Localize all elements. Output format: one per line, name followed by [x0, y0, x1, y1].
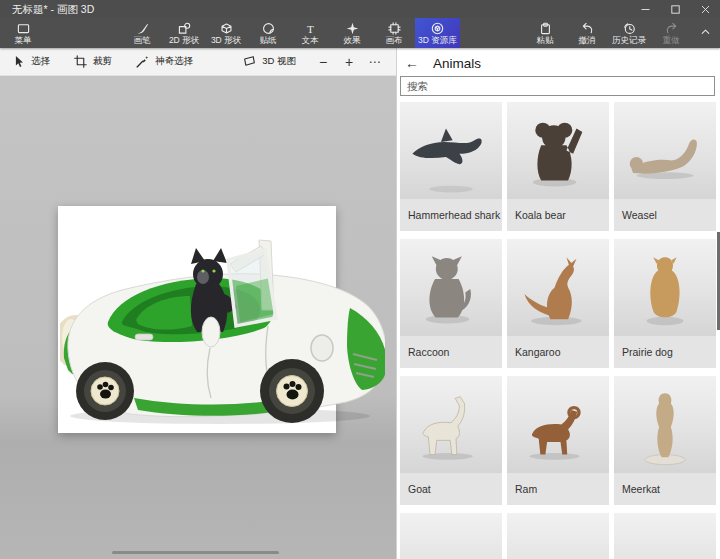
close-button[interactable]	[690, 0, 720, 18]
koala-thumbnail	[507, 102, 609, 199]
window-title: 无标题* - 画图 3D	[0, 0, 94, 18]
animal-thumbnail	[400, 513, 502, 559]
animal-card[interactable]: Kangaroo	[507, 239, 609, 368]
crop-icon	[74, 55, 87, 68]
ribbon-undo-button[interactable]: 撤消	[566, 18, 608, 48]
animal-card[interactable]: Meerkat	[614, 376, 716, 505]
weasel-thumbnail	[614, 102, 716, 199]
ribbon-canvas-button[interactable]: 画布	[373, 18, 415, 48]
ribbon-paste-button[interactable]: 粘贴	[524, 18, 566, 48]
ribbon-tools-group: 画笔2D 形状3D 形状贴纸T文本效果画布3D 资源库	[121, 18, 460, 48]
panel-header: ← Animals	[397, 51, 481, 75]
goat-thumbnail	[400, 376, 502, 473]
maximize-icon	[671, 5, 680, 14]
select-button[interactable]: 选择	[12, 55, 50, 68]
ribbon-history-button[interactable]: 历史记录	[608, 18, 650, 48]
text-icon: T	[304, 21, 317, 35]
3d-view-icon	[243, 55, 256, 68]
animal-card[interactable]: Raccoon	[400, 239, 502, 368]
magic-select-button[interactable]: 神奇选择	[136, 55, 193, 68]
ribbon-label: 3D 资源库	[418, 35, 457, 45]
kangaroo-thumbnail	[507, 239, 609, 336]
maximize-button[interactable]	[660, 0, 690, 18]
animal-name: Koala bear	[507, 199, 609, 231]
animal-card[interactable]	[614, 513, 716, 559]
close-icon	[701, 5, 710, 14]
3d-library-panel: ← Animals Hammerhead sharkKoala bearWeas…	[396, 48, 720, 559]
zoom-in-button[interactable]: +	[336, 49, 362, 75]
3d-car-object[interactable]	[60, 230, 385, 425]
library-icon	[431, 21, 444, 35]
ribbon-sticker-button[interactable]: 贴纸	[247, 18, 289, 48]
animal-card[interactable]	[400, 513, 502, 559]
more-options-button[interactable]: ⋯	[362, 49, 388, 75]
svg-text:T: T	[307, 22, 314, 34]
zoom-out-button[interactable]: −	[310, 49, 336, 75]
canvas-icon	[388, 21, 401, 35]
animal-card[interactable]: Koala bear	[507, 102, 609, 231]
3d-view-label: 3D 视图	[262, 55, 296, 68]
animal-name: Ram	[507, 473, 609, 505]
paint3d-window: 无标题* - 画图 3D 菜单 画笔2D 形状3D 形状贴纸T文本效果画布3D …	[0, 0, 720, 559]
rear-wheel	[76, 362, 134, 420]
ribbon-actions-group: 粘贴撤消历史记录重做	[524, 18, 718, 48]
shape-3d-icon	[220, 21, 233, 35]
ribbon-label: 画笔	[134, 35, 151, 45]
3d-view-button[interactable]: 3D 视图	[243, 55, 296, 68]
magic-select-icon	[136, 55, 149, 68]
effects-icon	[346, 21, 359, 35]
animal-grid: Hammerhead sharkKoala bearWeaselRaccoonK…	[400, 102, 716, 559]
view-controls: 3D 视图 − + ⋯	[243, 49, 388, 75]
ribbon-effects-button[interactable]: 效果	[331, 18, 373, 48]
edit-toolbar: 选择裁剪神奇选择 3D 视图 − + ⋯	[0, 48, 396, 76]
front-wheel	[260, 359, 324, 423]
ribbon-label: 2D 形状	[169, 35, 199, 45]
animal-name: Raccoon	[400, 336, 502, 368]
search-input[interactable]	[400, 76, 715, 96]
menu-button[interactable]: 菜单	[2, 18, 44, 48]
shape-2d-icon	[178, 21, 191, 35]
ribbon-brush-button[interactable]: 画笔	[121, 18, 163, 48]
animal-name: Kangaroo	[507, 336, 609, 368]
ribbon-label: 撤消	[579, 35, 596, 45]
animal-name: Hammerhead shark	[400, 199, 502, 231]
back-button[interactable]: ←	[397, 55, 427, 71]
crop-button[interactable]: 裁剪	[74, 55, 112, 68]
minimize-icon	[641, 5, 650, 14]
ribbon-label: 文本	[302, 35, 319, 45]
chevron-up-icon	[699, 24, 712, 42]
sticker-icon	[262, 21, 275, 35]
ribbon: 菜单 画笔2D 形状3D 形状贴纸T文本效果画布3D 资源库 粘贴撤消历史记录重…	[0, 18, 720, 48]
minimize-button[interactable]	[630, 0, 660, 18]
brush-icon	[136, 21, 149, 35]
ribbon-shape-2d-button[interactable]: 2D 形状	[163, 18, 205, 48]
ribbon-label: 效果	[344, 35, 361, 45]
animal-thumbnail	[507, 513, 609, 559]
history-icon	[623, 21, 636, 35]
panel-title: Animals	[433, 56, 481, 71]
menu-label: 菜单	[15, 35, 32, 45]
undo-icon	[581, 21, 594, 35]
animal-card[interactable]: Weasel	[614, 102, 716, 231]
ribbon-shape-3d-button[interactable]: 3D 形状	[205, 18, 247, 48]
collapse-ribbon-button[interactable]	[692, 18, 718, 48]
toolbar-label: 神奇选择	[155, 55, 193, 68]
animal-card[interactable]: Ram	[507, 376, 609, 505]
horizontal-scrollbar[interactable]	[112, 551, 279, 554]
ribbon-label: 贴纸	[260, 35, 277, 45]
ram-thumbnail	[507, 376, 609, 473]
paste-icon	[539, 21, 552, 35]
ribbon-library-button[interactable]: 3D 资源库	[415, 18, 460, 48]
animal-card[interactable]: Hammerhead shark	[400, 102, 502, 231]
animal-card[interactable]	[507, 513, 609, 559]
animal-card[interactable]: Goat	[400, 376, 502, 505]
shark-thumbnail	[400, 102, 502, 199]
animal-card[interactable]: Prairie dog	[614, 239, 716, 368]
ribbon-text-button[interactable]: T文本	[289, 18, 331, 48]
toolbar-label: 选择	[31, 55, 50, 68]
ribbon-label: 画布	[386, 35, 403, 45]
ribbon-label: 3D 形状	[211, 35, 241, 45]
redo-icon	[665, 21, 678, 35]
ribbon-redo-button[interactable]: 重做	[650, 18, 692, 48]
prairie-dog-thumbnail	[614, 239, 716, 336]
